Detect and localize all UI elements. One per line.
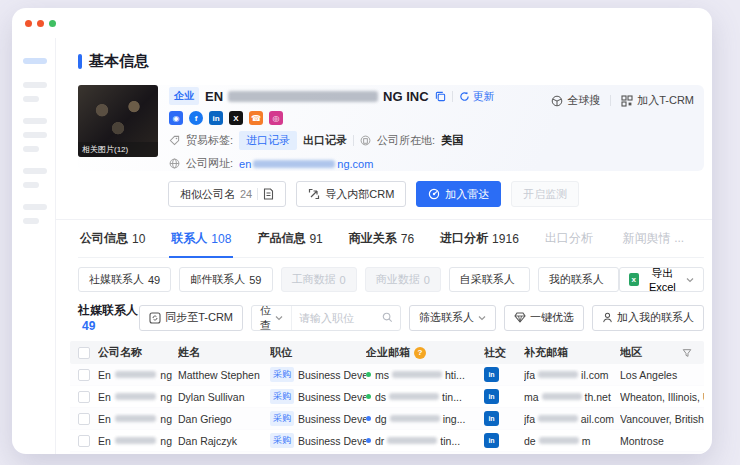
tab-item[interactable]: 新闻舆情 ... — [621, 221, 690, 258]
sync-tcrm-button[interactable]: 同步至T-CRM — [139, 305, 243, 331]
blurred-text — [115, 393, 156, 400]
company-summary: 相关图片(12) 企业 ENNG INC 更新 — [78, 85, 704, 171]
position-search-input[interactable] — [299, 312, 377, 324]
table-row[interactable]: Enng Dan Griego 采购 Business Devel... dgi… — [70, 408, 704, 430]
sidebar-item[interactable] — [23, 96, 39, 102]
col-extra-email: 补充邮箱 — [524, 345, 620, 360]
start-monitoring-button[interactable]: 开启监测 — [511, 181, 579, 207]
linkedin-icon[interactable]: in — [484, 367, 499, 382]
company-info: 企业 ENNG INC 更新 ◉ f — [169, 85, 495, 171]
linkedin-icon[interactable]: in — [484, 411, 499, 426]
phone-icon[interactable]: ☎ — [249, 111, 263, 125]
import-record-tag[interactable]: 进口记录 — [239, 131, 297, 150]
cell-extra-email: dem — [524, 435, 620, 447]
export-record-tag[interactable]: 出口记录 — [303, 133, 347, 148]
person-icon — [602, 312, 613, 323]
window-dot-3[interactable] — [49, 20, 56, 27]
sidebar-item[interactable] — [23, 146, 39, 152]
row-checkbox[interactable] — [78, 391, 90, 403]
linkedin-icon[interactable]: in — [484, 433, 499, 448]
sidebar-item[interactable] — [23, 118, 47, 124]
blurred-text — [539, 437, 579, 444]
window-dot-2[interactable] — [37, 20, 44, 27]
instagram-icon[interactable]: ◎ — [269, 111, 283, 125]
cell-region: Vancouver, British Colu... — [620, 413, 704, 425]
email-status-dot — [366, 438, 371, 443]
copy-icon[interactable] — [435, 91, 446, 102]
sidebar-item[interactable] — [23, 182, 39, 188]
qr-grid-icon — [621, 95, 633, 107]
sidebar-item-active[interactable] — [23, 58, 47, 64]
contact-source-filter-row: 社媒联系人 49 邮件联系人 59 工商数据 0 — [78, 267, 704, 292]
export-excel-button[interactable]: x 导出Excel — [619, 267, 704, 292]
tab-item[interactable]: 进口分析 1916 — [438, 221, 521, 258]
sidebar-item[interactable] — [23, 132, 47, 138]
import-internal-crm-button[interactable]: 导入内部CRM — [296, 181, 406, 207]
blurred-text — [538, 415, 578, 422]
tab-item[interactable]: 联系人 108 — [169, 221, 233, 258]
linkedin-icon[interactable]: in — [209, 111, 223, 125]
document-icon — [263, 188, 274, 200]
position-query-group: 职位查询 — [251, 305, 401, 331]
website-link[interactable]: enng.com — [239, 158, 373, 170]
help-icon[interactable]: ? — [414, 347, 426, 359]
cell-name: Dylan Sullivan — [178, 391, 270, 403]
sync-icon — [149, 312, 161, 324]
cell-company: Enng — [98, 435, 178, 447]
filter-chip[interactable]: 自采联系人 — [449, 267, 530, 292]
x-icon[interactable]: X — [229, 111, 243, 125]
website-label: 公司网址: — [186, 156, 233, 171]
filter-chip[interactable]: 商业数据 0 — [365, 267, 441, 292]
cell-region: Wheaton, Illinois, United ... — [620, 391, 704, 403]
sidebar-item[interactable] — [23, 168, 47, 174]
company-photo[interactable]: 相关图片(12) — [78, 85, 158, 157]
one-click-select-button[interactable]: 一键优选 — [504, 305, 584, 331]
trade-label: 贸易标签: — [186, 133, 233, 148]
table-row[interactable]: Enng Matthew Stephen 采购 Business Devel..… — [70, 364, 704, 386]
section-divider — [56, 219, 712, 220]
filter-chip[interactable]: 工商数据 0 — [281, 267, 357, 292]
filter-chip[interactable]: 邮件联系人 59 — [179, 267, 272, 292]
col-social: 社交 — [484, 345, 524, 360]
table-row[interactable]: Enng Dan Rajczyk 采购 Business Devel... dr… — [70, 430, 704, 452]
linkedin-icon[interactable]: in — [484, 389, 499, 404]
filter-chip[interactable]: 社媒联系人 49 — [78, 267, 171, 292]
facebook-icon[interactable]: f — [189, 111, 203, 125]
sidebar-item[interactable] — [23, 82, 47, 88]
row-checkbox[interactable] — [78, 413, 90, 425]
col-company: 公司名称 — [98, 345, 178, 360]
blurred-text — [390, 415, 440, 422]
sidebar-item[interactable] — [23, 218, 39, 224]
table-row[interactable]: Enng Amanda Ignelzi 采购 account executive… — [70, 452, 704, 454]
tab-item[interactable]: 公司信息 10 — [78, 221, 147, 258]
add-to-my-contacts-button[interactable]: 加入我的联系人 — [592, 305, 704, 331]
chevron-down-icon — [478, 315, 486, 321]
row-checkbox[interactable] — [78, 435, 90, 447]
table-row[interactable]: Enng Dylan Sullivan 采购 Business Devel...… — [70, 386, 704, 408]
search-icon[interactable] — [382, 312, 393, 323]
row-checkbox[interactable] — [78, 369, 90, 381]
filter-chip[interactable]: 我的联系人 — [538, 267, 619, 292]
join-radar-button[interactable]: 加入雷达 — [416, 181, 501, 207]
similar-company-button[interactable]: 相似公司名 24 — [168, 181, 286, 207]
col-region: 地区 — [620, 345, 704, 360]
select-all-checkbox[interactable] — [78, 347, 90, 359]
tab-item[interactable]: 产品信息 91 — [255, 221, 324, 258]
tab-item[interactable]: 出口分析 — [543, 221, 599, 258]
filter-funnel-icon[interactable] — [682, 348, 692, 358]
window-dot-1[interactable] — [25, 20, 32, 27]
website-row: 公司网址: enng.com — [169, 156, 495, 171]
cell-region: Montrose — [620, 435, 704, 447]
sidebar-item[interactable] — [23, 204, 47, 210]
refresh-company-button[interactable]: 更新 — [459, 89, 495, 104]
global-search-button[interactable]: 全球搜 — [551, 93, 600, 108]
filter-contacts-button[interactable]: 筛选联系人 — [409, 305, 496, 331]
email-status-dot — [366, 394, 371, 399]
radar-icon — [428, 188, 440, 200]
position-query-dropdown[interactable]: 职位查询 — [252, 306, 292, 330]
join-tcrm-button[interactable]: 加入T-CRM — [621, 93, 694, 108]
tag-icon — [169, 135, 180, 146]
social-icons-row: ◉ f in X ☎ ◎ — [169, 111, 495, 125]
app-icon[interactable]: ◉ — [169, 111, 183, 125]
tab-item[interactable]: 商业关系 76 — [347, 221, 416, 258]
